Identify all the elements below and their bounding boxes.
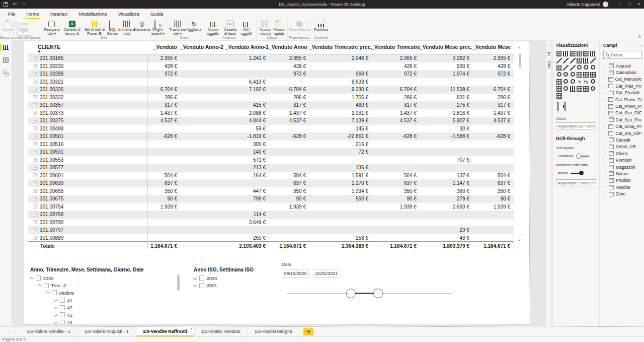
menu-tab-inserisci[interactable]: Inserisci [45,9,73,20]
expand-icon[interactable]: › [604,151,607,156]
save-icon[interactable] [4,2,8,7]
checkbox[interactable] [199,283,204,288]
collapse-icon[interactable] [30,277,34,281]
treemap-icon[interactable] [591,65,595,70]
checkbox[interactable] [199,276,204,281]
field-table-magazzini[interactable]: ›Magazzini [603,164,641,170]
expand-icon[interactable]: › [604,71,607,75]
avatar[interactable] [603,2,608,7]
expand-icon[interactable]: + [33,228,37,232]
field-table-vendite[interactable]: ›Vendite [603,184,641,190]
report-view-button[interactable] [0,44,12,51]
start-date-input[interactable]: 09/10/2020 [282,269,309,278]
field-table-cat_scoq_prod[interactable]: ›Cat_Scoq_Prod [603,123,641,130]
slicer-tree-item[interactable]: 43 [30,311,181,319]
scroll-up-icon[interactable]: ∧ [518,46,521,50]
expand-icon[interactable]: + [33,64,37,68]
table-row[interactable]: +301.007903.649 € [28,219,514,227]
redo-icon[interactable]: ↷ [21,2,25,7]
drillthrough-field-well[interactable]: Aggiungere i campi di drill... [556,179,596,186]
field-table-cat_prez_prod[interactable]: ›Cat_Prez_Prod [603,83,641,89]
expand-icon[interactable]: + [33,158,37,162]
kpi-icon[interactable] [564,79,568,84]
menu-tab-modellazione[interactable]: Modellazione [73,9,113,20]
expand-icon[interactable]: › [604,192,607,196]
field-table-calendario[interactable]: ›Calendario [603,69,641,76]
expand-icon[interactable]: › [604,171,607,176]
checkbox[interactable] [60,298,65,303]
end-date-input[interactable]: 31/01/2021 [313,269,340,278]
slicer-tree-item[interactable]: 2020 [194,275,279,282]
checkbox[interactable] [44,283,49,288]
table-row[interactable]: +301.00655350 €447 €350 €1.334 €350 €360… [28,187,514,195]
table-row[interactable]: +301.00357317 €415 €317 €460 €317 €275 €… [28,101,514,109]
collapse-pane-icon[interactable]: › [640,43,641,48]
clustered-column-chart-icon[interactable] [577,51,582,56]
expand-icon[interactable]: + [33,80,37,84]
table-icon[interactable] [577,72,582,78]
collapse-pane-icon[interactable]: › [595,43,596,48]
checkbox[interactable] [60,320,65,324]
expand-icon[interactable]: + [33,197,37,201]
enter-data-button[interactable]: Immettere i dati [119,21,134,36]
maximize-button[interactable]: □ [625,0,634,9]
expand-icon[interactable]: + [33,88,37,92]
expand-icon[interactable]: + [33,236,37,240]
expand-icon[interactable]: › [604,124,606,129]
table-row[interactable]: +301.00577213 €136 € [28,164,514,172]
checkbox[interactable] [52,290,57,295]
table-row[interactable]: +301.00516300 €216 € [28,141,514,149]
slider-start-handle[interactable] [346,289,356,298]
slicer-tree-item[interactable]: 2020 [30,275,181,282]
slicer-tree-item[interactable]: 41 [30,297,181,304]
slicer-icon[interactable] [570,86,576,92]
expand-icon[interactable]: + [33,103,37,107]
get-data-button[interactable]: Recupera dati [43,21,60,36]
field-table-cat_provv_prod[interactable]: ›Cat_Provv_Prod [603,103,641,109]
expand-icon[interactable]: › [604,91,607,95]
expand-icon[interactable]: + [33,181,37,185]
data-view-button[interactable] [0,57,12,64]
expand-icon[interactable]: + [33,142,37,146]
decomposition-tree-icon[interactable] [556,86,562,92]
prev-page-icon[interactable]: ‹ [8,329,10,334]
fields-pane-tab[interactable] [557,102,558,113]
column-header[interactable]: _Venduto Mese prec. [420,44,472,50]
filters-pane-collapsed[interactable]: ‹ Filtri [546,40,552,326]
ribbon-chart-icon[interactable] [590,58,596,63]
quick-measure-button[interactable]: Misura rapida [272,21,286,36]
table-row[interactable]: +301.00332286 €286 €1.706 €286 €831 €286… [28,94,514,102]
undo-icon[interactable]: ↶ [13,2,17,7]
table-visual[interactable]: CLIENTE_Venduto_Venduto Anno-2_Venduto A… [28,43,514,250]
expand-icon[interactable] [193,276,197,280]
python-visual-icon[interactable]: Py [583,79,589,85]
clustered-bar-chart-icon[interactable] [570,51,576,56]
stacked-column-chart-icon[interactable] [563,51,569,56]
field-table-cat_sco_prod[interactable]: ›Cat_Sco_Prod [603,116,641,123]
field-table-acquisti[interactable]: ›Acquisti [603,62,641,69]
column-header[interactable]: _Venduto Anno-1 [225,44,269,50]
expand-icon[interactable]: › [604,131,606,135]
donut-chart-icon[interactable] [584,65,588,70]
waterfall-chart-icon[interactable] [556,65,562,71]
table-row[interactable]: +301.00531140 €72 € [28,148,514,156]
menu-tab-file[interactable]: File [2,9,21,20]
toggle-off-icon[interactable] [576,154,589,158]
more-visuals-button[interactable]: Altri oggetti visivi [238,21,255,36]
slicer-tree-item[interactable]: ottobre [30,289,181,297]
values-field-well[interactable]: Aggiungere qui i campi dati [556,122,596,129]
shape-map-icon[interactable] [571,72,575,77]
table-row[interactable]: +301.00501-628 €-1.819 €-628 €-22.861 €-… [28,132,514,141]
minimize-button[interactable]: − [615,0,625,9]
report-page[interactable]: CLIENTE_Venduto_Venduto Anno-2_Venduto A… [24,41,530,324]
close-button[interactable]: × [634,0,644,9]
area-chart-icon[interactable] [563,58,569,63]
map-icon[interactable] [557,72,561,77]
expand-icon[interactable]: › [604,84,606,88]
field-table-cat_sta_clifor[interactable]: ›Cat_Sta_CliFor [603,130,641,136]
slicer-tree-item[interactable]: 44 [30,319,181,324]
table-row[interactable]: +301.00288972 €972 €968 €972 €1.974 €972… [28,70,514,78]
expand-icon[interactable]: + [33,134,37,139]
new-page-button[interactable]: + [303,328,313,335]
model-view-button[interactable] [0,71,12,78]
